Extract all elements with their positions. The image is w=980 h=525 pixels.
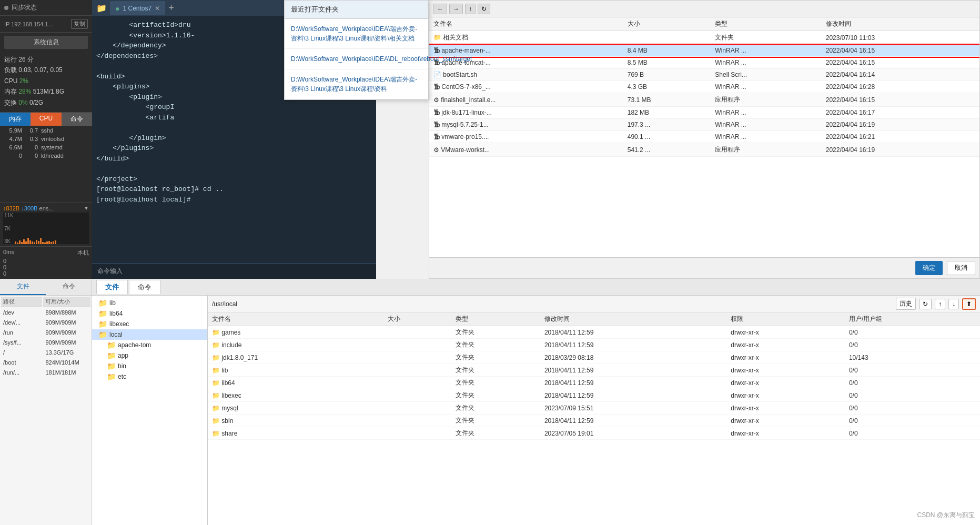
process-list: 5.9M 0.7 sshd 4.7M 0.3 vmtoolsd 6.6M 0 s… [0, 126, 92, 203]
list-item: /boot824M/1014M [1, 358, 90, 367]
recent-item[interactable]: D:\WorkSoftware_Workplace\IDEA\瑞吉外卖-资料\3… [285, 19, 428, 49]
tab-mem[interactable]: 内存 [0, 113, 31, 126]
table-row[interactable]: ⚙ VMware-workst... 541.2 ... 应用程序 2022/0… [429, 143, 979, 157]
tree-item[interactable]: 📁local [92, 329, 207, 340]
upload-button[interactable]: ↑ [935, 299, 945, 309]
table-row[interactable]: 📁 jdk1.8.0_171 文件夹 2018/03/29 08:18 drwx… [208, 351, 980, 364]
tab-dot: ● [115, 4, 119, 13]
file-tree: 📁lib📁lib64📁libexec📁local📁apache-tom📁app📁… [92, 296, 208, 525]
fb-refresh-button[interactable]: ↻ [478, 4, 490, 14]
table-row[interactable]: 📁 相关文档 文件夹 2023/07/10 11:03 [429, 31, 979, 45]
table-row[interactable]: 🗜 CentOS-7-x86_... 4.3 GB WinRAR ... 202… [429, 81, 979, 93]
table-row[interactable]: 📁 lib64 文件夹 2018/04/11 12:59 drwxr-xr-x … [208, 377, 980, 389]
list-item: 4.7M 0.3 vmtoolsd [0, 135, 92, 143]
table-row[interactable]: 📄 bootStart.sh 769 B Shell Scri... 2022/… [429, 69, 979, 81]
fb-back-button[interactable]: ← [433, 4, 447, 14]
refresh-button[interactable]: ↻ [919, 299, 932, 309]
terminal-tab-centos[interactable]: ● 1 Centos7 ✕ [110, 2, 165, 15]
sys-info-button[interactable]: 系统信息 [4, 36, 88, 49]
fb-file-table-container: 文件名 大小 类型 修改时间 📁 相关文档 文件夹 2023/07/10 11:… [429, 17, 979, 257]
recent-item[interactable]: D:\WorkSoftware_Workplace\IDEA\瑞吉外卖-资料\3… [285, 69, 428, 99]
bottom-sidebar: 文件 命令 路径 可用/大小 /dev898M/898M/dev/...909M… [0, 279, 92, 525]
file-browser-toolbar: ← → ↑ ↻ [429, 1, 979, 17]
table-row[interactable]: 🗜 apache-tomcat-... 8.5 MB WinRAR ... 20… [429, 57, 979, 69]
table-row[interactable]: 📁 games 文件夹 2018/04/11 12:59 drwxr-xr-x … [208, 326, 980, 339]
list-item: /run/...181M/181M [1, 368, 90, 377]
list-item: 6.6M 0 systemd [0, 143, 92, 152]
bottom-main-tab-files[interactable]: 文件 [96, 280, 128, 294]
tree-item[interactable]: 📁apache-tom [92, 340, 207, 350]
sync-dot [4, 6, 8, 10]
system-stats: 运行 26 分 负载 0.03, 0.07, 0.05 CPU 2% 内存 28… [0, 52, 92, 110]
close-icon[interactable]: ✕ [155, 5, 160, 12]
table-row[interactable]: 📁 sbin 文件夹 2018/04/11 12:59 drwxr-xr-x 0… [208, 415, 980, 427]
download-button[interactable]: ↓ [948, 299, 959, 309]
list-item: /13.3G/17G [1, 348, 90, 357]
terminal-input-bar: 命令输入 [92, 263, 376, 279]
list-item: /dev/...909M/909M [1, 318, 90, 327]
left-sidebar: 同步状态 IP 192.168.154.1... 复制 系统信息 运行 26 分… [0, 0, 92, 279]
copy-ip-button[interactable]: 复制 [71, 19, 88, 29]
fb-forward-button[interactable]: → [449, 4, 463, 14]
tree-item[interactable]: 📁libexec [92, 319, 207, 329]
bottom-toolbar: /usr/local 历史 ↻ ↑ ↓ ⬆ [208, 296, 980, 312]
table-row[interactable]: ⚙ finalshell_install.e... 73.1 MB 应用程序 2… [429, 93, 979, 107]
list-item: 5.9M 0.7 sshd [0, 126, 92, 135]
file-list: /usr/local 历史 ↻ ↑ ↓ ⬆ 文件名 大小 类型 修改时间 权限 … [208, 296, 980, 525]
bottom-tabs-bar: 文件 命令 [92, 279, 980, 296]
tree-item[interactable]: 📁etc [92, 371, 207, 382]
table-row[interactable]: 🗜 vmware-pro15.... 490.1 ... WinRAR ... … [429, 131, 979, 143]
tree-item[interactable]: 📁lib64 [92, 308, 207, 319]
table-row[interactable]: 🗜 apache-maven-... 8.4 MB WinRAR ... 202… [429, 45, 979, 57]
fb-up-button[interactable]: ↑ [465, 4, 476, 14]
table-row[interactable]: 🗜 mysql-5.7.25-1... 197.3 ... WinRAR ...… [429, 119, 979, 131]
upload-highlighted-button[interactable]: ⬆ [962, 298, 976, 310]
network-chart: 11K 7K 3K [3, 213, 89, 244]
fb-file-table: 文件名 大小 类型 修改时间 📁 相关文档 文件夹 2023/07/10 11:… [429, 17, 979, 157]
table-row[interactable]: 📁 mysql 文件夹 2023/07/09 15:51 drwxr-xr-x … [208, 402, 980, 415]
table-row[interactable]: 📁 libexec 文件夹 2018/04/11 12:59 drwxr-xr-… [208, 389, 980, 402]
sync-status: 同步状态 [0, 0, 92, 16]
table-row[interactable]: 📁 share 文件夹 2023/07/05 19:01 drwxr-xr-x … [208, 427, 980, 440]
cancel-button[interactable]: 取消 [947, 261, 975, 275]
bottom-main-tab-cmd[interactable]: 命令 [129, 280, 160, 294]
table-row[interactable]: 📁 lib 文件夹 2018/04/11 12:59 drwxr-xr-x 0/… [208, 364, 980, 377]
list-item: /sys/f...909M/909M [1, 338, 90, 347]
recent-popup-header: 最近打开文件夹 [285, 1, 428, 19]
bottom-content: 📁lib📁lib64📁libexec📁local📁apache-tom📁app📁… [92, 296, 980, 525]
fb-footer: 确定 取消 [429, 257, 979, 278]
ping-section: 0ms 本机 [0, 246, 92, 258]
tree-item[interactable]: 📁lib [92, 298, 207, 308]
path-table: 路径 可用/大小 /dev898M/898M/dev/...909M/909M/… [0, 296, 92, 378]
bottom-file-table: 文件名 大小 类型 修改时间 权限 用户/用户组 📁 games 文件夹 201… [208, 312, 980, 440]
bottom-file-area: 文件 命令 📁lib📁lib64📁libexec📁local📁apache-to… [92, 279, 980, 525]
history-button[interactable]: 历史 [896, 298, 916, 310]
folder-icon[interactable]: 📁 [94, 3, 109, 13]
confirm-button[interactable]: 确定 [915, 261, 943, 275]
recent-item[interactable]: D:\WorkSoftware_Workplace\IDEA\DL_reboot… [285, 49, 428, 69]
bottom-sidebar-tabs: 文件 命令 [0, 279, 92, 296]
recent-popup: 最近打开文件夹 D:\WorkSoftware_Workplace\IDEA\瑞… [284, 0, 429, 100]
table-row[interactable]: 🗜 jdk-8u171-linux-... 182 MB WinRAR ... … [429, 107, 979, 119]
list-item: 0 0 kthreadd [0, 152, 92, 160]
file-browser: ← → ↑ ↻ 文件名 大小 类型 修改时间 📁 相关文档 文件夹 2023/0… [429, 0, 980, 279]
tab-cpu[interactable]: CPU [31, 113, 61, 126]
watermark: CSDN @东离与蓟宝 [917, 511, 975, 520]
add-tab-button[interactable]: + [166, 3, 176, 14]
table-row[interactable]: 📁 include 文件夹 2018/04/11 12:59 drwxr-xr-… [208, 339, 980, 351]
ip-row: IP 192.168.154.1... 复制 [0, 16, 92, 33]
list-item: /run909M/909M [1, 328, 90, 337]
tree-item[interactable]: 📁bin [92, 361, 207, 371]
network-section: ↑832B ↓300B ens... ▼ 11K 7K 3K [0, 203, 92, 246]
bottom-tab-cmd[interactable]: 命令 [46, 279, 92, 295]
bottom-tab-files[interactable]: 文件 [0, 279, 46, 295]
list-item: /dev898M/898M [1, 308, 90, 317]
process-tabs: 内存 CPU 命令 [0, 112, 92, 126]
tree-item[interactable]: 📁app [92, 350, 207, 361]
tab-cmd[interactable]: 命令 [62, 113, 92, 126]
